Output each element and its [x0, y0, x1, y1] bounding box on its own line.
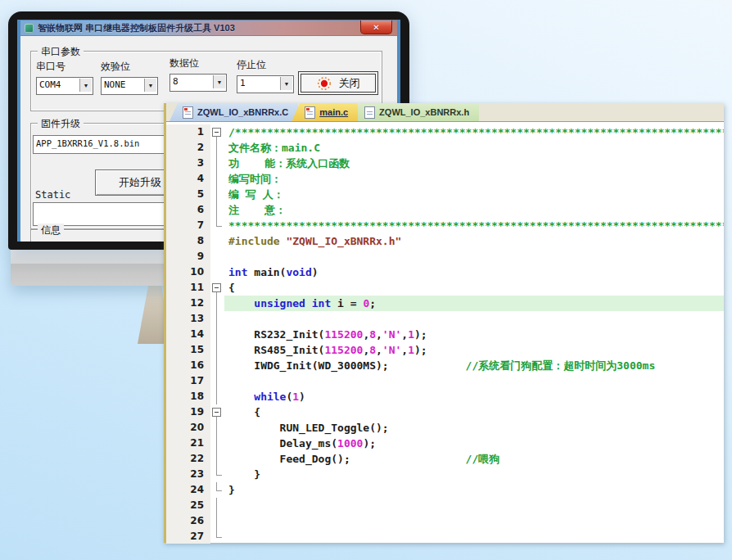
group-title: 固件升级: [38, 117, 84, 131]
code-line[interactable]: 17: [166, 373, 724, 389]
code-text: RS485_Init(115200,8,'N',1);: [224, 342, 724, 358]
group-title: 串口参数: [38, 45, 84, 59]
fold-margin: [210, 420, 224, 436]
app-icon: [25, 24, 34, 33]
progress-field: [33, 202, 172, 226]
code-line[interactable]: 14 RS232_Init(115200,8,'N',1);: [166, 327, 724, 342]
code-line[interactable]: 7***************************************…: [166, 218, 724, 233]
titlebar[interactable]: 智嵌物联网 串口继电器控制板固件升级工具 V103 ✕: [20, 20, 397, 36]
code-line[interactable]: 24}: [166, 482, 724, 498]
code-line[interactable]: 10int main(void): [166, 264, 724, 280]
code-line[interactable]: 19 {: [166, 404, 724, 420]
fold-margin: [210, 171, 224, 187]
code-text: [224, 249, 724, 264]
code-line[interactable]: 5编 写 人：: [166, 187, 724, 202]
data-bits-select[interactable]: 8 ▼: [169, 74, 227, 92]
code-line[interactable]: 13: [166, 311, 724, 327]
com-port-select[interactable]: COM4 ▼: [36, 77, 93, 95]
tab-main-c[interactable]: main.c: [291, 103, 358, 121]
code-line[interactable]: 6注 意：: [166, 202, 724, 218]
code-text: IWDG_Init(WD_3000MS); //系统看门狗配置：超时时间为300…: [224, 358, 724, 373]
field-label: 效验位: [101, 60, 158, 74]
code-line[interactable]: 8#include "ZQWL_IO_xBNRRx.h": [166, 233, 724, 249]
code-text: 功 能：系统入口函数: [224, 156, 724, 171]
fold-margin: [210, 156, 224, 171]
window-title: 智嵌物联网 串口继电器控制板固件升级工具 V103: [38, 22, 235, 34]
code-line[interactable]: 21 Delay_ms(1000);: [166, 436, 724, 451]
window-close-button[interactable]: ✕: [360, 20, 392, 34]
line-number: 15: [166, 342, 210, 358]
field-label: 停止位: [237, 58, 294, 72]
line-number: 22: [166, 451, 210, 467]
chevron-down-icon[interactable]: ▼: [144, 79, 156, 92]
editor-tab-bar: ZQWL_IO_xBNRRx.C main.c ZQWL_IO_xBNRRx.h: [166, 103, 724, 122]
code-line[interactable]: 27: [166, 529, 724, 544]
code-line[interactable]: 18 while(1): [166, 389, 724, 404]
code-text: RS232_Init(115200,8,'N',1);: [224, 327, 724, 342]
fold-margin: [210, 296, 224, 311]
line-number: 3: [166, 156, 210, 171]
serial-close-button[interactable]: 关闭: [298, 71, 378, 95]
line-number: 27: [166, 529, 210, 544]
code-line[interactable]: 3功 能：系统入口函数: [166, 156, 724, 171]
code-line[interactable]: 2文件名称：main.C: [166, 140, 724, 156]
code-line[interactable]: 16 IWDG_Init(WD_3000MS); //系统看门狗配置：超时时间为…: [166, 358, 724, 373]
fold-margin: [210, 342, 224, 358]
code-line[interactable]: 11{: [166, 280, 724, 296]
desktop-background: 智嵌物联网 串口继电器控制板固件升级工具 V103 ✕ 串口参数 串口号 COM…: [0, 0, 732, 560]
code-text: int main(void): [224, 264, 724, 280]
code-area[interactable]: 1/**************************************…: [166, 122, 724, 544]
fold-toggle-icon[interactable]: [210, 124, 224, 140]
serial-params-group: 串口参数 串口号 COM4 ▼ 效验位 NONE: [30, 51, 382, 111]
code-line[interactable]: 22 Feed_Dog(); //喂狗: [166, 451, 724, 467]
code-line[interactable]: 9: [166, 249, 724, 264]
code-editor-panel: ZQWL_IO_xBNRRx.C main.c ZQWL_IO_xBNRRx.h…: [164, 103, 724, 543]
stop-bits-select[interactable]: 1 ▼: [237, 75, 294, 93]
line-number: 14: [166, 327, 210, 342]
code-line[interactable]: 25: [166, 498, 724, 513]
fold-margin: [210, 264, 224, 280]
code-line[interactable]: 23 }: [166, 467, 724, 482]
tab-zqwl-io-xbnrrx-c[interactable]: ZQWL_IO_xBNRRx.C: [169, 103, 298, 121]
chevron-down-icon[interactable]: ▼: [213, 75, 225, 88]
fold-margin: [210, 358, 224, 373]
code-line[interactable]: 12 unsigned int i = 0;: [166, 296, 724, 311]
code-text: 注 意：: [224, 202, 724, 218]
code-line[interactable]: 1/**************************************…: [166, 124, 724, 140]
line-number: 17: [166, 373, 210, 389]
com-port-field: 串口号 COM4 ▼: [36, 60, 93, 95]
code-line[interactable]: 4编写时间：: [166, 171, 724, 187]
code-line[interactable]: 20 RUN_LED_Toggle();: [166, 420, 724, 436]
fold-margin: [210, 327, 224, 342]
line-number: 7: [166, 218, 210, 233]
code-text: [224, 529, 724, 544]
chevron-down-icon[interactable]: ▼: [79, 79, 92, 92]
group-title: 信息: [38, 224, 64, 237]
close-icon: ✕: [373, 23, 379, 32]
line-number: 10: [166, 264, 210, 280]
code-line[interactable]: 15 RS485_Init(115200,8,'N',1);: [166, 342, 724, 358]
code-text: }: [224, 482, 724, 498]
fold-margin: [210, 529, 224, 544]
code-text: ****************************************…: [224, 218, 724, 233]
fold-toggle-icon[interactable]: [210, 404, 224, 420]
line-number: 21: [166, 436, 210, 451]
fold-margin: [210, 140, 224, 156]
code-line[interactable]: 26: [166, 513, 724, 529]
data-bits-field: 数据位 8 ▼: [169, 56, 227, 92]
line-number: 8: [166, 233, 210, 249]
fold-margin: [210, 187, 224, 202]
line-number: 4: [166, 171, 210, 187]
document-icon: [183, 106, 193, 119]
fold-margin: [210, 389, 224, 404]
fold-toggle-icon[interactable]: [210, 280, 224, 296]
parity-select[interactable]: NONE ▼: [101, 77, 158, 95]
firmware-file-field[interactable]: APP_1BXRR16_V1.8.bin: [33, 135, 174, 154]
tab-zqwl-io-xbnrrx-h[interactable]: ZQWL_IO_xBNRRx.h: [351, 103, 479, 121]
chevron-down-icon[interactable]: ▼: [280, 77, 292, 90]
code-text: [224, 513, 724, 529]
line-number: 24: [166, 482, 210, 498]
code-text: while(1): [224, 389, 724, 404]
code-text: Feed_Dog(); //喂狗: [224, 451, 724, 467]
code-text: [224, 498, 724, 513]
